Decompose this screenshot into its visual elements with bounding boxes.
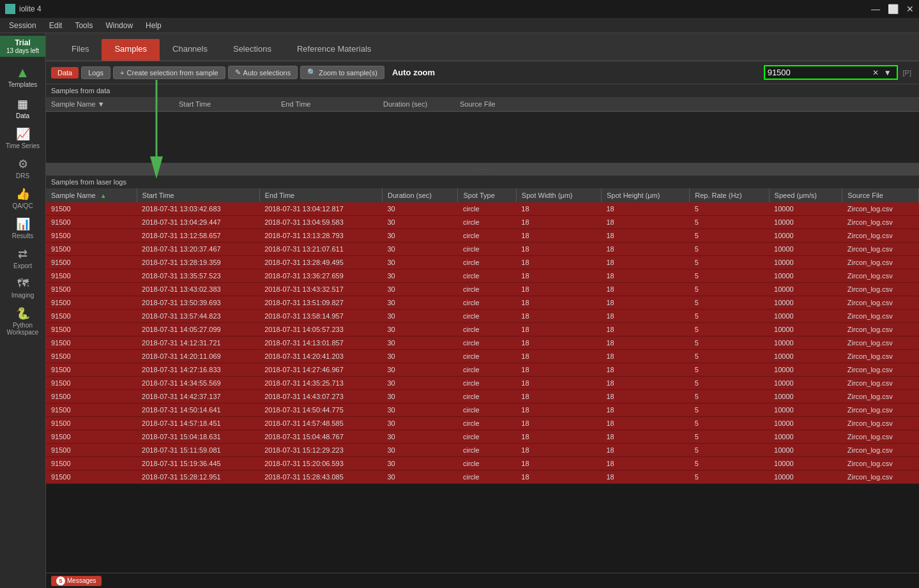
- table-row[interactable]: 915002018-07-31 15:28:12.9512018-07-31 1…: [46, 471, 919, 484]
- table-row[interactable]: 915002018-07-31 13:50:39.6932018-07-31 1…: [46, 296, 919, 310]
- table-cell: 30: [382, 229, 458, 243]
- data-table-header: Sample Name ▼ Start Time End Time Durati…: [46, 97, 919, 112]
- samples-from-logs-label: Samples from laser logs: [46, 176, 919, 188]
- search-arrow-button[interactable]: ▼: [881, 68, 894, 77]
- th-start-time[interactable]: Start Time: [137, 188, 259, 202]
- table-cell: 10000: [769, 336, 842, 350]
- table-cell: 2018-07-31 13:36:27.659: [259, 269, 382, 283]
- sidebar-item-results[interactable]: 📊 Results: [0, 213, 45, 243]
- th-spot-type[interactable]: Spot Type: [458, 188, 516, 202]
- tab-files[interactable]: Files: [59, 39, 102, 61]
- menu-tools[interactable]: Tools: [68, 20, 99, 31]
- table-cell: 5: [690, 363, 769, 377]
- messages-label: Messages: [67, 577, 96, 584]
- table-row[interactable]: 915002018-07-31 13:04:29.4472018-07-31 1…: [46, 216, 919, 229]
- table-cell: 2018-07-31 14:05:27.099: [137, 323, 259, 336]
- table-cell: 18: [516, 350, 601, 363]
- create-selection-button[interactable]: + Create selection from sample: [113, 66, 225, 79]
- app-icon: [5, 4, 15, 14]
- auto-selections-button[interactable]: ✎ Auto selections: [228, 66, 298, 79]
- table-cell: 18: [601, 350, 689, 363]
- sidebar-item-qa-qc[interactable]: 👍 QA/QC: [0, 183, 45, 213]
- zoom-label: Zoom to sample(s): [319, 69, 377, 77]
- table-cell: 30: [382, 283, 458, 296]
- table-row[interactable]: 915002018-07-31 13:57:44.8232018-07-31 1…: [46, 310, 919, 323]
- plus-icon: +: [120, 69, 124, 77]
- th-source-file[interactable]: Source File: [842, 188, 919, 202]
- table-row[interactable]: 915002018-07-31 14:12:31.7212018-07-31 1…: [46, 336, 919, 350]
- sidebar-item-data[interactable]: ▦ Data: [0, 93, 45, 123]
- sidebar-item-templates[interactable]: ▲ Templates: [7, 59, 39, 93]
- table-cell: 2018-07-31 14:50:14.641: [137, 403, 259, 417]
- table-cell: Zircon_log.csv: [842, 377, 919, 390]
- table-row[interactable]: 915002018-07-31 14:27:16.8332018-07-31 1…: [46, 363, 919, 377]
- table-row[interactable]: 915002018-07-31 15:04:18.6312018-07-31 1…: [46, 430, 919, 444]
- th-spot-height[interactable]: Spot Height (μm): [601, 188, 689, 202]
- menu-help[interactable]: Help: [139, 20, 168, 31]
- table-row[interactable]: 915002018-07-31 13:03:42.6832018-07-31 1…: [46, 202, 919, 216]
- table-cell: 5: [690, 377, 769, 390]
- table-row[interactable]: 915002018-07-31 15:11:59.0812018-07-31 1…: [46, 444, 919, 457]
- table-row[interactable]: 915002018-07-31 14:34:55.5692018-07-31 1…: [46, 377, 919, 390]
- maximize-button[interactable]: ⬜: [888, 4, 899, 14]
- table-row[interactable]: 915002018-07-31 14:20:11.0692018-07-31 1…: [46, 350, 919, 363]
- sidebar-item-time-series[interactable]: 📈 Time Series: [0, 123, 45, 153]
- table-row[interactable]: 915002018-07-31 14:57:18.4512018-07-31 1…: [46, 417, 919, 430]
- table-cell: 5: [690, 444, 769, 457]
- table-cell: 18: [516, 363, 601, 377]
- search-box-container: ✕ ▼: [764, 65, 898, 80]
- menu-window[interactable]: Window: [99, 20, 139, 31]
- table-row[interactable]: 915002018-07-31 13:12:58.6572018-07-31 1…: [46, 229, 919, 243]
- samples-table-container[interactable]: Sample Name ▲ Start Time End Time Durati…: [46, 188, 919, 588]
- table-row[interactable]: 915002018-07-31 14:50:14.6412018-07-31 1…: [46, 403, 919, 417]
- table-row[interactable]: 915002018-07-31 13:20:37.4672018-07-31 1…: [46, 243, 919, 256]
- section-divider: · · · · · ·: [46, 163, 919, 176]
- tab-reference-materials[interactable]: Reference Materials: [284, 39, 384, 61]
- table-cell: 10000: [769, 283, 842, 296]
- th-sample-name[interactable]: Sample Name ▲: [46, 188, 137, 202]
- table-header: Sample Name ▲ Start Time End Time Durati…: [46, 188, 919, 202]
- th-rep-rate[interactable]: Rep. Rate (Hz): [690, 188, 769, 202]
- search-input[interactable]: [768, 68, 870, 77]
- th-duration[interactable]: Duration (sec): [382, 188, 458, 202]
- messages-button[interactable]: 5 Messages: [51, 576, 102, 586]
- table-row[interactable]: 915002018-07-31 13:43:02.3832018-07-31 1…: [46, 283, 919, 296]
- menu-session[interactable]: Session: [3, 20, 43, 31]
- close-button[interactable]: ✕: [906, 4, 914, 14]
- table-cell: circle: [458, 256, 516, 269]
- table-cell: 5: [690, 336, 769, 350]
- tab-channels[interactable]: Channels: [160, 39, 220, 61]
- zoom-button[interactable]: 🔍 Zoom to sample(s): [300, 66, 384, 79]
- table-cell: 10000: [769, 350, 842, 363]
- table-cell: 10000: [769, 417, 842, 430]
- table-row[interactable]: 915002018-07-31 13:35:57.5232018-07-31 1…: [46, 269, 919, 283]
- table-cell: 18: [601, 430, 689, 444]
- table-cell: 10000: [769, 323, 842, 336]
- th-speed[interactable]: Speed (μm/s): [769, 188, 842, 202]
- table-cell: 91500: [46, 457, 137, 471]
- menu-edit[interactable]: Edit: [43, 20, 69, 31]
- trial-banner: Trial 13 days left: [0, 36, 45, 57]
- table-cell: 30: [382, 310, 458, 323]
- sidebar-item-drs[interactable]: ⚙ DRS: [0, 153, 45, 183]
- sidebar-item-export[interactable]: ⇄ Export: [0, 243, 45, 273]
- tab-selections[interactable]: Selections: [220, 39, 284, 61]
- table-row[interactable]: 915002018-07-31 14:05:27.0992018-07-31 1…: [46, 323, 919, 336]
- tab-samples[interactable]: Samples: [102, 39, 160, 61]
- table-cell: 91500: [46, 336, 137, 350]
- logs-button[interactable]: Logs: [81, 66, 110, 79]
- table-row[interactable]: 915002018-07-31 15:19:36.4452018-07-31 1…: [46, 457, 919, 471]
- data-button[interactable]: Data: [51, 67, 79, 79]
- table-cell: 91500: [46, 269, 137, 283]
- sidebar-item-imaging[interactable]: 🗺 Imaging: [0, 273, 45, 303]
- minimize-button[interactable]: —: [871, 4, 880, 14]
- table-row[interactable]: 915002018-07-31 13:28:19.3592018-07-31 1…: [46, 256, 919, 269]
- th-end-time[interactable]: End Time: [259, 188, 382, 202]
- table-cell: 91500: [46, 243, 137, 256]
- sidebar-item-python-workspace[interactable]: 🐍 Python Workspace: [0, 303, 45, 340]
- search-clear-button[interactable]: ✕: [870, 68, 881, 77]
- table-cell: 2018-07-31 13:28:19.359: [137, 256, 259, 269]
- table-row[interactable]: 915002018-07-31 14:42:37.1372018-07-31 1…: [46, 390, 919, 403]
- th-spot-width[interactable]: Spot Width (μm): [516, 188, 601, 202]
- table-cell: 91500: [46, 444, 137, 457]
